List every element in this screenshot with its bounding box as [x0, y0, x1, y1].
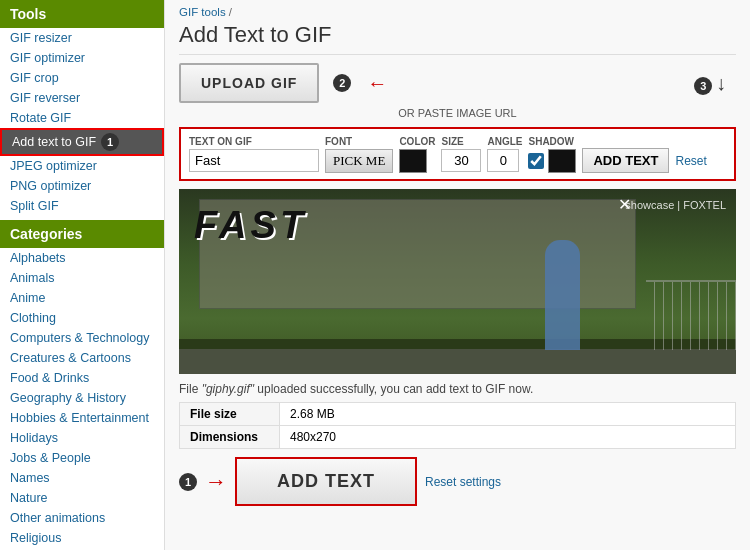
size-label: SIZE [441, 136, 481, 147]
font-group: FONT PICK ME [325, 136, 393, 173]
file-size-value: 2.68 MB [280, 403, 736, 426]
size-input[interactable] [441, 149, 481, 172]
shadow-color-swatch[interactable] [548, 149, 576, 173]
categories-header: Categories [0, 220, 164, 248]
file-size-label: File size [180, 403, 280, 426]
breadcrumb-separator: / [226, 6, 232, 18]
sidebar-cat-nature[interactable]: Nature [0, 488, 164, 508]
shadow-group: SHADOW [528, 136, 576, 173]
breadcrumb: GIF tools / [179, 6, 736, 18]
table-row: File size 2.68 MB [180, 403, 736, 426]
filename-text: "giphy.gif" [202, 382, 254, 396]
table-row: Dimensions 480x270 [180, 426, 736, 449]
color-group: COLOR [399, 136, 435, 173]
sidebar-cat-creatures[interactable]: Creatures & Cartoons [0, 348, 164, 368]
angle-label: ANGLE [487, 136, 522, 147]
sidebar-item-png-optimizer[interactable]: PNG optimizer [0, 176, 164, 196]
text-on-gif-group: TEXT ON GIF [189, 136, 319, 172]
sidebar-item-gif-reverser[interactable]: GIF reverser [0, 88, 164, 108]
file-info-message: File "giphy.gif" uploaded successfully, … [179, 382, 736, 396]
sidebar: Tools GIF resizer GIF optimizer GIF crop… [0, 0, 165, 550]
gif-preview: FAST ✕ showcase | FOXTEL [179, 189, 736, 374]
upload-gif-button[interactable]: UPLOAD GIF [179, 63, 319, 103]
add-text-button-bottom[interactable]: ADD TEXT [235, 457, 417, 506]
sidebar-cat-alphabets[interactable]: Alphabets [0, 248, 164, 268]
gif-brand-text: showcase | FOXTEL [625, 199, 726, 211]
add-text-button-top[interactable]: ADD TEXT [582, 148, 669, 173]
shadow-label: SHADOW [528, 136, 576, 147]
sidebar-cat-hobbies[interactable]: Hobbies & Entertainment [0, 408, 164, 428]
sidebar-item-gif-resizer[interactable]: GIF resizer [0, 28, 164, 48]
main-content: GIF tools / Add Text to GIF UPLOAD GIF 2… [165, 0, 750, 550]
badge-2: 2 [333, 74, 351, 92]
text-on-gif-label: TEXT ON GIF [189, 136, 319, 147]
sidebar-cat-names[interactable]: Names [0, 468, 164, 488]
dimensions-value: 480x270 [280, 426, 736, 449]
sidebar-cat-anime[interactable]: Anime [0, 288, 164, 308]
sidebar-cat-animals[interactable]: Animals [0, 268, 164, 288]
sidebar-cat-food[interactable]: Food & Drinks [0, 368, 164, 388]
color-label: COLOR [399, 136, 435, 147]
arrow-right-bottom-icon: → [205, 469, 227, 495]
file-info-suffix: uploaded successfully, you can add text … [254, 382, 533, 396]
sidebar-item-rotate-gif[interactable]: Rotate GIF [0, 108, 164, 128]
sidebar-cat-clothing[interactable]: Clothing [0, 308, 164, 328]
upload-section: UPLOAD GIF 2 ← 3 ↓ [179, 63, 736, 103]
angle-group: ANGLE [487, 136, 522, 172]
badge-1-sidebar: 1 [101, 133, 119, 151]
angle-input[interactable] [487, 149, 519, 172]
size-group: SIZE [441, 136, 481, 172]
gif-text-overlay: FAST [194, 204, 307, 247]
paste-url-label: OR PASTE IMAGE URL [179, 107, 736, 119]
color-swatch[interactable] [399, 149, 427, 173]
badge-1-bottom: 1 [179, 473, 197, 491]
sidebar-item-add-text[interactable]: Add text to GIF 1 [0, 128, 164, 156]
page-title: Add Text to GIF [179, 22, 736, 55]
tools-header: Tools [0, 0, 164, 28]
sidebar-item-gif-optimizer[interactable]: GIF optimizer [0, 48, 164, 68]
arrow-down-icon: ↓ [716, 72, 726, 94]
reset-link-top[interactable]: Reset [675, 154, 706, 168]
arrow-right-icon: ← [367, 72, 387, 95]
sidebar-cat-other[interactable]: Other animations [0, 508, 164, 528]
sidebar-active-label: Add text to GIF [12, 135, 96, 149]
dimensions-label: Dimensions [180, 426, 280, 449]
breadcrumb-tools-link[interactable]: GIF tools [179, 6, 226, 18]
text-controls-panel: TEXT ON GIF FONT PICK ME COLOR SIZE ANGL… [179, 127, 736, 181]
sidebar-item-gif-crop[interactable]: GIF crop [0, 68, 164, 88]
font-label: FONT [325, 136, 393, 147]
sidebar-item-jpeg-optimizer[interactable]: JPEG optimizer [0, 156, 164, 176]
reset-settings-link[interactable]: Reset settings [425, 475, 501, 489]
sidebar-cat-religious[interactable]: Religious [0, 528, 164, 548]
sidebar-cat-geography[interactable]: Geography & History [0, 388, 164, 408]
add-text-bottom-section: 1 → ADD TEXT Reset settings [179, 457, 736, 506]
shadow-checkbox[interactable] [528, 153, 544, 169]
sidebar-cat-holidays[interactable]: Holidays [0, 428, 164, 448]
add-reset-group: . ADD TEXT Reset [582, 135, 706, 173]
sidebar-cat-computers[interactable]: Computers & Technology [0, 328, 164, 348]
file-info-table: File size 2.68 MB Dimensions 480x270 [179, 402, 736, 449]
sidebar-item-split-gif[interactable]: Split GIF [0, 196, 164, 216]
text-on-gif-input[interactable] [189, 149, 319, 172]
pick-font-button[interactable]: PICK ME [325, 149, 393, 173]
badge-3: 3 [694, 77, 712, 95]
sidebar-cat-jobs[interactable]: Jobs & People [0, 448, 164, 468]
